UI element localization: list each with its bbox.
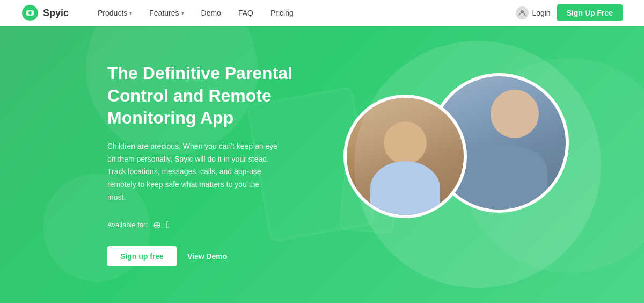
svg-point-1 <box>28 11 32 15</box>
hero-buttons: Sign up free View Demo <box>107 246 301 266</box>
hero-content: The Definitive Parental Control and Remo… <box>0 62 301 266</box>
hero-title: The Definitive Parental Control and Remo… <box>107 62 301 129</box>
nav-item-features[interactable]: Features ▾ <box>142 4 191 21</box>
nav-item-faq[interactable]: FAQ <box>231 4 261 21</box>
nav-signup-button[interactable]: Sign Up Free <box>557 4 623 21</box>
hero-description: Children are precious. When you can't ke… <box>107 140 279 204</box>
navbar: Spyic Products ▾ Features ▾ Demo FAQ Pri… <box>0 0 644 26</box>
hero-signup-button[interactable]: Sign up free <box>107 246 177 266</box>
nav-links: Products ▾ Features ▾ Demo FAQ Pricing <box>90 4 516 21</box>
chevron-down-icon: ▾ <box>129 10 132 16</box>
nav-item-demo[interactable]: Demo <box>194 4 229 21</box>
logo[interactable]: Spyic <box>21 4 69 21</box>
hero-circle-bg <box>354 41 601 288</box>
user-icon <box>516 6 529 19</box>
login-button[interactable]: Login <box>516 6 550 19</box>
chevron-down-icon: ▾ <box>181 10 184 16</box>
nav-item-pricing[interactable]: Pricing <box>263 4 301 21</box>
hero-section: The Definitive Parental Control and Remo… <box>0 26 644 303</box>
logo-text: Spyic <box>43 8 69 19</box>
apple-icon:  <box>166 219 170 230</box>
available-for: Available for: ⊕  <box>107 219 301 231</box>
hero-demo-button[interactable]: View Demo <box>187 252 227 261</box>
nav-right: Login Sign Up Free <box>516 4 623 21</box>
nav-item-products[interactable]: Products ▾ <box>90 4 140 21</box>
spyic-logo-icon <box>21 4 39 21</box>
android-icon: ⊕ <box>153 219 161 231</box>
